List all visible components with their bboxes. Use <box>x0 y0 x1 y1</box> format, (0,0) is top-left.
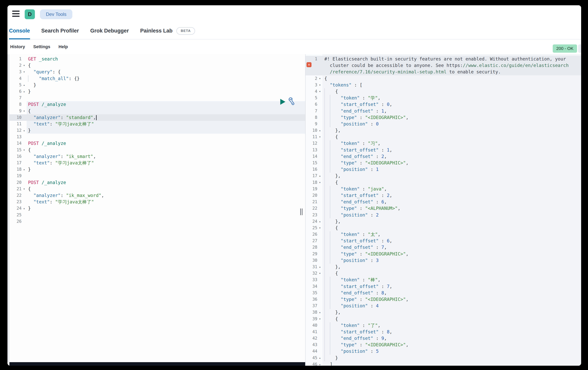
code-content[interactable]: "end_offset" : 1, <box>322 108 581 114</box>
response-code-line[interactable]: 38▴ }, <box>305 309 581 316</box>
response-code-line[interactable]: 9 "position" : 0 <box>305 121 581 127</box>
request-code-line[interactable]: 26 <box>10 218 305 225</box>
request-code-line[interactable]: 11 "text": "学习java太棒了" <box>10 121 305 127</box>
response-code-line[interactable]: 42 "end_offset" : 9, <box>305 335 581 342</box>
menu-history[interactable]: History <box>10 44 25 49</box>
code-content[interactable]: ] <box>322 361 581 366</box>
fold-toggle-icon[interactable]: ▾ <box>317 75 322 82</box>
response-code-line[interactable]: 21 "end_offset" : 6, <box>305 199 581 205</box>
code-content[interactable]: GET _search <box>27 56 305 62</box>
code-content[interactable]: }, <box>322 218 581 225</box>
code-content[interactable]: "token" : "棒", <box>322 277 581 283</box>
request-code-line[interactable]: 12▴} <box>10 127 305 134</box>
code-content[interactable]: "start_offset" : 2, <box>322 192 581 199</box>
tab-search-profiler[interactable]: Search Profiler <box>41 22 79 39</box>
response-code-line[interactable]: 28 "end_offset" : 7, <box>305 244 581 250</box>
request-options-wrench-icon[interactable] <box>287 97 295 106</box>
code-content[interactable]: "position" : 0 <box>322 121 581 127</box>
code-content[interactable]: "position" : 5 <box>322 348 581 355</box>
tab-console[interactable]: Console <box>9 22 30 39</box>
code-content[interactable]: { <box>322 88 581 95</box>
response-code-line[interactable]: 44 "position" : 5 <box>305 348 581 355</box>
response-code-line[interactable]: 4▾ { <box>305 88 581 95</box>
fold-toggle-icon[interactable]: ▴ <box>21 127 27 134</box>
code-content[interactable]: }, <box>322 264 581 270</box>
response-code-line[interactable]: 19 "token" : "java", <box>305 186 581 192</box>
response-code-line[interactable]: 20 "start_offset" : 2, <box>305 192 581 199</box>
code-content[interactable]: } <box>27 166 305 173</box>
code-content[interactable]: { <box>322 270 581 277</box>
request-code-line[interactable]: 19 <box>10 173 305 179</box>
code-content[interactable]: } <box>27 127 305 134</box>
response-viewer[interactable]: 1#! Elasticsearch built-in security feat… <box>305 54 581 366</box>
fold-toggle-icon[interactable]: ▾ <box>21 147 27 153</box>
code-content[interactable]: "analyzer": "ik_max_word", <box>27 192 305 199</box>
code-content[interactable]: POST /_analyze <box>27 101 305 108</box>
code-content[interactable]: "start_offset" : 6, <box>322 238 581 244</box>
code-content[interactable]: "type" : "<IDEOGRAPHIC>", <box>322 296 581 303</box>
code-content[interactable]: "token" : "习", <box>322 140 581 147</box>
fold-toggle-icon[interactable]: ▾ <box>317 225 322 231</box>
menu-help[interactable]: Help <box>59 44 68 49</box>
response-code-line[interactable]: 18▾ { <box>305 179 581 186</box>
fold-toggle-icon[interactable]: ▾ <box>21 108 27 114</box>
request-code-line[interactable]: 1GET _search <box>10 56 305 62</box>
code-content[interactable] <box>27 173 305 179</box>
tab-grok-debugger[interactable]: Grok Debugger <box>90 22 129 39</box>
fold-toggle-icon[interactable]: ▾ <box>317 179 322 186</box>
fold-toggle-icon[interactable]: ▾ <box>317 270 322 277</box>
code-content[interactable]: } <box>27 205 305 212</box>
code-content[interactable]: { <box>27 62 305 69</box>
response-code-line[interactable]: 37 "position" : 4 <box>305 303 581 309</box>
request-code-line[interactable]: 18▴} <box>10 166 305 173</box>
code-content[interactable]: "token" : "学", <box>322 95 581 101</box>
response-code-line[interactable]: 30 "position" : 3 <box>305 257 581 264</box>
code-content[interactable]: }, <box>322 309 581 316</box>
code-content[interactable]: "end_offset" : 8, <box>322 290 581 296</box>
code-content[interactable] <box>27 218 305 225</box>
app-badge[interactable]: D <box>25 10 35 19</box>
code-content[interactable]: "start_offset" : 0, <box>322 101 581 108</box>
response-code-line[interactable]: 27 "start_offset" : 6, <box>305 238 581 244</box>
code-content[interactable]: "text": "学习java太棒了" <box>27 160 305 166</box>
fold-toggle-icon[interactable]: ▾ <box>21 186 27 192</box>
code-content[interactable]: "tokens" : [ <box>322 82 581 88</box>
code-content[interactable]: "type" : "<IDEOGRAPHIC>", <box>322 114 581 121</box>
code-content[interactable]: "token" : "太", <box>322 231 581 238</box>
request-code-line[interactable]: 21▾{ <box>10 186 305 192</box>
fold-toggle-icon[interactable]: ▾ <box>317 88 322 95</box>
code-content[interactable]: { <box>322 134 581 140</box>
fold-toggle-icon[interactable]: ▾ <box>317 82 322 88</box>
request-code-line[interactable]: 6▴} <box>10 88 305 95</box>
response-code-line[interactable]: 24▴ }, <box>305 218 581 225</box>
code-content[interactable]: "token" : "java", <box>322 186 581 192</box>
code-content[interactable]: { <box>27 108 305 114</box>
tab-painless-lab[interactable]: Painless LabBETA <box>140 22 195 39</box>
request-code-line[interactable]: 16 "analyzer": "ik_smart", <box>10 153 305 160</box>
request-code-line[interactable]: 25 <box>10 212 305 218</box>
response-warning-line[interactable]: 1#! Elasticsearch built-in security feat… <box>305 56 581 75</box>
fold-toggle-icon[interactable]: ▴ <box>317 309 322 316</box>
fold-toggle-icon[interactable]: ▴ <box>21 166 27 173</box>
response-code-line[interactable]: 34 "start_offset" : 7, <box>305 283 581 290</box>
fold-toggle-icon[interactable]: ▴ <box>21 205 27 212</box>
fold-toggle-icon[interactable]: ▴ <box>21 82 27 88</box>
menu-settings[interactable]: Settings <box>33 44 50 49</box>
response-code-line[interactable]: 6 "start_offset" : 0, <box>305 101 581 108</box>
fold-toggle-icon[interactable]: ▴ <box>317 127 322 134</box>
response-code-line[interactable]: 11▾ { <box>305 134 581 140</box>
request-code-line[interactable]: 8POST /_analyze <box>10 101 305 108</box>
send-request-play-icon[interactable] <box>280 99 285 105</box>
code-content[interactable]: "type" : "<IDEOGRAPHIC>", <box>322 160 581 166</box>
response-code-line[interactable]: 10▴ }, <box>305 127 581 134</box>
request-code-line[interactable]: 4 "match_all": {} <box>10 75 305 82</box>
request-code-line[interactable]: 24▴} <box>10 205 305 212</box>
breadcrumb[interactable]: Dev Tools <box>40 10 72 19</box>
fold-toggle-icon[interactable]: ▴ <box>317 355 322 361</box>
code-content[interactable]: "type" : "<IDEOGRAPHIC>", <box>322 342 581 348</box>
response-code-line[interactable]: 22 "type" : "<ALPHANUM>", <box>305 205 581 212</box>
code-content[interactable]: "end_offset" : 2, <box>322 153 581 160</box>
fold-toggle-icon[interactable]: ▾ <box>21 69 27 75</box>
request-code-line[interactable]: 3▾ "query": { <box>10 69 305 75</box>
code-content[interactable]: POST /_analyze <box>27 179 305 186</box>
